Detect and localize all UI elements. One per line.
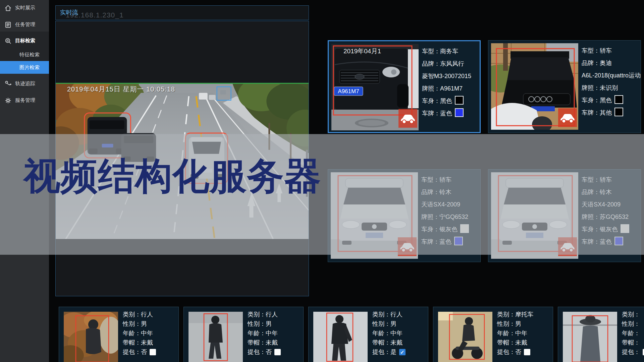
sidebar-item-target-search[interactable]: 目标检索: [0, 34, 49, 47]
attr-value: 行人: [266, 311, 278, 318]
car-type-icon: [398, 237, 417, 256]
attr-value: 苏GQ6532: [600, 214, 629, 220]
attr-value: 男: [390, 320, 396, 327]
attr-row: 牌照：A961M7: [422, 82, 471, 95]
attr-label: 品牌：: [582, 60, 600, 66]
vehicle-result-card[interactable]: 车型：轿车 品牌：奥迪 A6L-2018(quattro运动 牌照：未识别 车身…: [488, 40, 641, 133]
attr-row: 带帽：: [622, 338, 644, 347]
attr-value: 未戴: [141, 339, 153, 346]
attr-value: 是: [390, 349, 396, 355]
attr-value: 蓝色: [440, 110, 452, 117]
attr-value: 其他: [600, 109, 612, 116]
task-list-icon: [4, 21, 12, 28]
attr-value: 轿车: [439, 176, 451, 183]
vehicle-snapshot: [331, 172, 418, 259]
attr-value: 黑色: [440, 98, 452, 104]
pedestrian-result-card[interactable]: 类别：摩托车 性别：男 年龄：中年 带帽：未戴 提包：否: [433, 307, 553, 362]
attr-row: 类别：行人: [372, 310, 406, 319]
attr-row: 提包：是: [372, 347, 406, 357]
attr-row: 车型：轿车: [582, 174, 629, 186]
attr-label: 年龄：: [372, 330, 390, 337]
attr-label: 车身：: [422, 98, 440, 104]
pedestrian-snapshot: [189, 312, 243, 362]
attr-value: 黑色: [600, 97, 612, 104]
attr-row: 车身：黑色: [422, 95, 471, 107]
attr-row: 车型：轿车: [582, 45, 641, 57]
sidebar-item-label: 实时展示: [15, 5, 35, 11]
gear-icon: [4, 97, 12, 104]
pedestrian-attributes: 类别：行人 性别：男 年龄：中年 带帽：未戴 提包：否: [123, 310, 156, 357]
pedestrian-result-card[interactable]: 类别：行人 性别：男 年龄：中年 带帽：未戴 提包：是: [308, 307, 428, 362]
body-color-swatch: [621, 224, 629, 233]
attr-label: 类别：: [497, 311, 515, 318]
car-type-icon: [558, 108, 577, 127]
tab-live-stream[interactable]: 实时流: [60, 8, 78, 16]
attr-row: 品牌：铃木: [421, 186, 469, 198]
bag-checkbox: [150, 349, 156, 355]
attr-label: 品牌：: [582, 189, 600, 195]
attr-row: 提包：否: [248, 347, 281, 357]
bag-checkbox: [274, 349, 281, 355]
sidebar-item-label: 目标检索: [15, 38, 35, 44]
attr-value: 中年: [390, 330, 402, 337]
attr-value: 摩托车: [515, 311, 533, 318]
pedestrian-result-card[interactable]: 类别：行人 性别：男 年龄：中年 带帽：未戴 提包：否: [59, 307, 179, 362]
pedestrian-attributes: 类别：行人 性别：男 年龄：中年 带帽：未戴 提包：否: [248, 310, 281, 357]
attr-label: 车身：: [421, 226, 439, 233]
pedestrian-result-card[interactable]: 类别： 性别： 年龄： 带帽： 提包：: [558, 307, 644, 362]
attr-row: 类别：: [622, 310, 644, 319]
attr-label: 带帽：: [123, 339, 141, 346]
attr-label: 牌照：: [582, 84, 600, 91]
attr-value: 天语SX4-2009: [582, 201, 621, 208]
live-video-frame[interactable]: 2019年04月15日 星期一 10:05:18: [56, 83, 309, 239]
bag-checkbox: [399, 349, 406, 355]
attr-row: 年龄：中年: [497, 328, 533, 338]
attr-value: 蓝色: [439, 238, 451, 245]
attr-row: 性别：男: [497, 319, 533, 328]
pedestrian-result-card[interactable]: 类别：行人 性别：男 年龄：中年 带帽：未戴 提包：否: [183, 307, 304, 362]
vehicle-attributes: 车型：轿车 品牌：铃木 天语SX4-2009 牌照：苏GQ6532 车身：银灰色…: [582, 174, 629, 248]
attr-row: 年龄：中年: [123, 328, 156, 338]
vehicle-result-card[interactable]: 车型：轿车 品牌：铃木 天语SX4-2009 牌照：宁GQ6532 车身：银灰色…: [328, 169, 481, 262]
attr-row: 性别：: [622, 319, 644, 328]
attr-row: 品牌：铃木: [582, 186, 629, 198]
pedestrian-snapshot: [563, 312, 617, 362]
attr-label: 车型：: [582, 176, 600, 183]
attr-label: 提包：: [123, 349, 141, 355]
plate-color-swatch: [614, 108, 623, 116]
pedestrian-snapshot: [438, 312, 492, 362]
car-type-icon: [558, 237, 577, 256]
attr-row: 带帽：未戴: [123, 338, 156, 347]
attr-label: 类别：: [248, 311, 266, 318]
sidebar-item-label: 特征检索: [19, 52, 40, 58]
sidebar-item-service-management[interactable]: 服务管理: [0, 94, 49, 107]
vehicle-snapshot: [491, 43, 578, 130]
attr-value: 行人: [141, 311, 153, 318]
sidebar-item-label: 任务管理: [15, 21, 35, 28]
attr-label: 类别：: [123, 311, 141, 318]
attr-value: A961M7: [440, 85, 463, 92]
attr-value: 银灰色: [439, 226, 458, 233]
sidebar-item-task-management[interactable]: 任务管理: [0, 18, 49, 31]
sidebar-item-live-display[interactable]: 实时展示: [0, 1, 49, 14]
sidebar-item-image-search[interactable]: 图片检索: [0, 61, 49, 74]
vehicle-result-card[interactable]: 车型：轿车 品牌：铃木 天语SX4-2009 牌照：苏GQ6532 车身：银灰色…: [488, 169, 641, 262]
attr-row: 性别：男: [248, 319, 281, 328]
attr-value: 未识别: [600, 84, 618, 91]
attr-value: 奥迪: [600, 60, 612, 66]
attr-row: 提包：否: [123, 347, 156, 357]
attr-row: 年龄：: [622, 328, 644, 338]
vehicle-result-card[interactable]: A961M7 2019年04月1 车型：商务车 品牌：东风风行 菱智M3-200…: [328, 40, 481, 133]
vehicle-snapshot: [491, 172, 578, 259]
attr-label: 类别：: [372, 311, 390, 318]
attr-label: 车牌：: [582, 238, 600, 245]
attr-label: 性别：: [123, 320, 141, 327]
attr-label: 类别：: [622, 311, 640, 318]
sidebar-item-trajectory-tracking[interactable]: 轨迹追踪: [0, 77, 49, 90]
plate-color-swatch: [455, 108, 464, 117]
sidebar-item-feature-search[interactable]: 特征检索: [0, 48, 49, 61]
attr-label: 性别：: [622, 320, 640, 327]
attr-row: 天语SX4-2009: [421, 198, 469, 211]
attr-row: 天语SX4-2009: [582, 198, 629, 211]
attr-label: 提包：: [248, 349, 266, 355]
